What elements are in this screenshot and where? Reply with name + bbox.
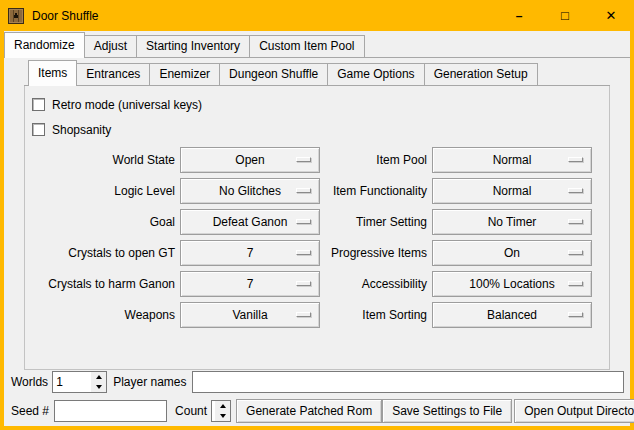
item-pool-label: Item Pool	[320, 153, 427, 167]
seed-label: Seed #	[11, 404, 49, 418]
seed-input[interactable]	[54, 400, 167, 422]
item-pool-value: Normal	[493, 153, 532, 167]
crystals-open-gt-dropdown[interactable]: 7	[180, 240, 320, 266]
dropdown-indicator-icon	[568, 250, 583, 255]
dropdown-indicator-icon	[296, 219, 311, 224]
titlebar: Door Shuffle – □ ✕	[0, 0, 634, 31]
bottom-bar: Worlds Player names Seed # Count	[4, 370, 630, 427]
world-state-label: World State	[25, 153, 175, 167]
crystals-open-gt-value: 7	[247, 246, 254, 260]
count-spinbox	[211, 400, 231, 422]
dropdown-indicator-icon	[568, 157, 583, 162]
timer-setting-dropdown[interactable]: No Timer	[432, 209, 592, 235]
crystals-open-gt-label: Crystals to open GT	[25, 246, 175, 260]
save-settings-button[interactable]: Save Settings to File	[382, 399, 512, 423]
window-title: Door Shuffle	[32, 9, 99, 23]
dropdown-indicator-icon	[568, 188, 583, 193]
goal-dropdown[interactable]: Defeat Ganon	[180, 209, 320, 235]
item-sorting-label: Item Sorting	[320, 308, 427, 322]
subtab-dungeon-shuffle[interactable]: Dungeon Shuffle	[219, 63, 328, 85]
progressive-items-dropdown[interactable]: On	[432, 240, 592, 266]
worlds-label: Worlds	[11, 375, 48, 389]
crystals-harm-ganon-value: 7	[247, 277, 254, 291]
shopsanity-checkbox[interactable]	[32, 123, 45, 136]
dropdown-indicator-icon	[296, 188, 311, 193]
world-state-dropdown[interactable]: Open	[180, 147, 320, 173]
item-sorting-dropdown[interactable]: Balanced	[432, 302, 592, 328]
outer-tab-bar: Randomize Adjust Starting Inventory Cust…	[4, 32, 630, 58]
dropdown-indicator-icon	[296, 157, 311, 162]
option-row: Weapons Vanilla Item Sorting Balanced	[25, 302, 609, 328]
seed-row: Seed # Count Generate Patched Rom Save S…	[11, 399, 624, 423]
generate-button[interactable]: Generate Patched Rom	[236, 399, 382, 423]
player-names-label: Player names	[113, 375, 186, 389]
dropdown-indicator-icon	[296, 312, 311, 317]
worlds-spin-up-icon[interactable]	[91, 372, 106, 382]
dropdown-indicator-icon	[296, 250, 311, 255]
worlds-row: Worlds Player names	[11, 370, 624, 394]
timer-setting-value: No Timer	[488, 215, 537, 229]
retro-mode-checkbox[interactable]	[32, 98, 45, 111]
goal-label: Goal	[25, 215, 175, 229]
item-functionality-label: Item Functionality	[320, 184, 427, 198]
accessibility-label: Accessibility	[320, 277, 427, 291]
item-sorting-value: Balanced	[487, 308, 537, 322]
worlds-spinbox	[52, 371, 107, 393]
count-spin-down-icon[interactable]	[215, 411, 230, 421]
logic-level-dropdown[interactable]: No Glitches	[180, 178, 320, 204]
inner-tab-bar: Items Entrances Enemizer Dungeon Shuffle…	[24, 60, 610, 86]
item-pool-dropdown[interactable]: Normal	[432, 147, 592, 173]
logic-level-value: No Glitches	[219, 184, 281, 198]
maximize-button[interactable]: □	[542, 0, 588, 31]
player-names-input[interactable]	[192, 371, 625, 393]
open-output-button[interactable]: Open Output Directory	[514, 399, 634, 423]
subtab-generation-setup[interactable]: Generation Setup	[424, 63, 538, 85]
retro-mode-row: Retro mode (universal keys)	[25, 93, 609, 116]
option-row: Logic Level No Glitches Item Functionali…	[25, 178, 609, 204]
option-row: Crystals to harm Ganon 7 Accessibility 1…	[25, 271, 609, 297]
progressive-items-value: On	[504, 246, 520, 260]
subtab-game-options[interactable]: Game Options	[327, 63, 424, 85]
item-functionality-value: Normal	[493, 184, 532, 198]
shopsanity-label: Shopsanity	[52, 123, 111, 137]
accessibility-value: 100% Locations	[469, 277, 554, 291]
logic-level-label: Logic Level	[25, 184, 175, 198]
items-panel: Retro mode (universal keys) Shopsanity W…	[24, 86, 610, 370]
crystals-harm-ganon-label: Crystals to harm Ganon	[25, 277, 175, 291]
shopsanity-row: Shopsanity	[25, 118, 609, 141]
worlds-spin-down-icon[interactable]	[91, 382, 106, 392]
accessibility-dropdown[interactable]: 100% Locations	[432, 271, 592, 297]
inner-notebook: Items Entrances Enemizer Dungeon Shuffle…	[24, 60, 610, 370]
subtab-items[interactable]: Items	[28, 60, 77, 86]
tab-starting-inventory[interactable]: Starting Inventory	[136, 35, 250, 57]
tab-adjust[interactable]: Adjust	[84, 35, 137, 57]
app-window: Door Shuffle – □ ✕ Randomize Adjust Star…	[0, 0, 634, 430]
progressive-items-label: Progressive Items	[320, 246, 427, 260]
minimize-button[interactable]: –	[496, 0, 542, 31]
subtab-entrances[interactable]: Entrances	[76, 63, 150, 85]
tab-randomize[interactable]: Randomize	[4, 32, 85, 58]
dropdown-indicator-icon	[568, 312, 583, 317]
option-row: Crystals to open GT 7 Progressive Items …	[25, 240, 609, 266]
count-label: Count	[175, 404, 207, 418]
world-state-value: Open	[235, 153, 264, 167]
option-row: Goal Defeat Ganon Timer Setting No Timer	[25, 209, 609, 235]
dropdown-indicator-icon	[296, 281, 311, 286]
weapons-value: Vanilla	[232, 308, 267, 322]
dropdown-indicator-icon	[568, 281, 583, 286]
door-icon	[8, 8, 24, 24]
close-button[interactable]: ✕	[588, 0, 634, 31]
tab-custom-item-pool[interactable]: Custom Item Pool	[249, 35, 364, 57]
option-row: World State Open Item Pool Normal	[25, 147, 609, 173]
timer-setting-label: Timer Setting	[320, 215, 427, 229]
crystals-harm-ganon-dropdown[interactable]: 7	[180, 271, 320, 297]
weapons-label: Weapons	[25, 308, 175, 322]
goal-value: Defeat Ganon	[213, 215, 288, 229]
dropdown-indicator-icon	[568, 219, 583, 224]
item-functionality-dropdown[interactable]: Normal	[432, 178, 592, 204]
subtab-enemizer[interactable]: Enemizer	[149, 63, 220, 85]
worlds-input[interactable]	[53, 372, 91, 392]
retro-mode-label: Retro mode (universal keys)	[52, 98, 202, 112]
weapons-dropdown[interactable]: Vanilla	[180, 302, 320, 328]
count-spin-up-icon[interactable]	[215, 401, 230, 411]
